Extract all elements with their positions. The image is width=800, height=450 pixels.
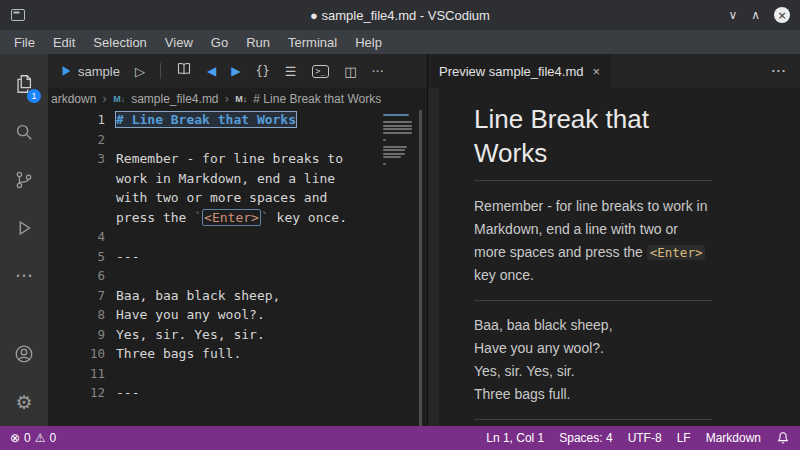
- menu-selection[interactable]: Selection: [84, 35, 155, 50]
- cursor-position[interactable]: Ln 1, Col 1: [486, 431, 544, 445]
- code-segment: ---: [116, 385, 139, 400]
- preview-heading: Line Break that Works: [474, 102, 712, 181]
- indentation[interactable]: Spaces: 4: [559, 431, 612, 445]
- code-line[interactable]: Baa, baa black sheep,: [116, 288, 280, 303]
- maximize-icon[interactable]: ∧: [751, 9, 760, 21]
- editor-row: work in Markdown, end a line: [48, 169, 427, 189]
- minimize-icon[interactable]: ∨: [728, 9, 737, 21]
- status-bar: ⊗ 0 ⚠ 0 Ln 1, Col 1 Spaces: 4 UTF-8 LF M…: [0, 426, 800, 450]
- code-line[interactable]: Have you any wool?.: [116, 307, 265, 322]
- breadcrumb-item[interactable]: arkdown: [51, 92, 96, 106]
- explorer-icon[interactable]: 1: [0, 60, 48, 108]
- language-mode[interactable]: Markdown: [706, 431, 761, 445]
- editor-row: 10Three bags full.: [48, 344, 427, 364]
- run-debug-icon[interactable]: [0, 204, 48, 252]
- breadcrumb-item[interactable]: sample_file4.md: [131, 92, 218, 106]
- code-segment: `: [261, 210, 269, 225]
- explorer-badge: 1: [27, 89, 41, 103]
- eol-indicator[interactable]: LF: [677, 431, 691, 445]
- minimap-line: [383, 128, 412, 130]
- code-segment: key once.: [269, 210, 347, 225]
- back-icon[interactable]: ◀: [207, 64, 216, 78]
- preview-divider-bottom: [474, 419, 712, 420]
- forward-icon[interactable]: ▶: [231, 64, 240, 78]
- debug-config-icon: [59, 64, 73, 78]
- menu-run[interactable]: Run: [237, 35, 279, 50]
- menu-go[interactable]: Go: [202, 35, 237, 50]
- editor-row: 5---: [48, 247, 427, 267]
- code-line[interactable]: Yes, sir. Yes, sir.: [116, 327, 265, 342]
- line-number: 1: [48, 112, 105, 127]
- code-line[interactable]: ---: [116, 249, 139, 264]
- heading-symbol-icon: M↓: [235, 94, 247, 104]
- breadcrumb-item[interactable]: # Line Break that Works: [253, 92, 381, 106]
- breadcrumb: arkdown›M↓sample_file4.md›M↓# Line Break…: [48, 88, 427, 110]
- breadcrumb-separator-icon: ›: [225, 92, 230, 106]
- run-icon[interactable]: ▷: [135, 64, 145, 79]
- code-line[interactable]: Three bags full.: [116, 346, 241, 361]
- menu-help[interactable]: Help: [346, 35, 391, 50]
- code-segment: Yes, sir. Yes, sir.: [116, 327, 265, 342]
- code-line[interactable]: with two or more spaces and: [116, 190, 327, 205]
- editor-rows: 1# Line Break that Works23Remember - for…: [48, 110, 427, 403]
- editor-row: 8Have you any wool?.: [48, 305, 427, 325]
- code-segment: with two or more spaces and: [116, 190, 327, 205]
- code-editor[interactable]: 1# Line Break that Works23Remember - for…: [48, 110, 427, 426]
- debug-config-label: sample: [78, 64, 120, 79]
- editor-row: 1# Line Break that Works: [48, 110, 427, 130]
- terminal-icon[interactable]: >_: [312, 65, 330, 78]
- paragraph-text-after: key once.: [474, 267, 534, 283]
- split-editor-icon[interactable]: ◫: [344, 64, 356, 79]
- minimap-line: [383, 132, 412, 134]
- menu-view[interactable]: View: [156, 35, 202, 50]
- titlebar: ● sample_file4.md - VSCodium ∨ ∧ ×: [0, 0, 800, 30]
- close-icon[interactable]: ×: [774, 7, 790, 23]
- more-actions-icon[interactable]: ···: [371, 64, 383, 79]
- menu-file[interactable]: File: [5, 35, 44, 50]
- minimap-line: [383, 139, 386, 141]
- toolbar-separator: [160, 63, 161, 79]
- code-line[interactable]: press the `<Enter>` key once.: [116, 210, 347, 225]
- code-line[interactable]: ---: [116, 385, 139, 400]
- code-segment: Baa, baa black sheep,: [116, 288, 280, 303]
- code-line[interactable]: Remember - for line breaks to: [116, 151, 343, 166]
- encoding[interactable]: UTF-8: [628, 431, 662, 445]
- outline-list-icon[interactable]: ☰: [285, 64, 297, 79]
- tab-close-icon[interactable]: ×: [593, 64, 601, 79]
- line-number: 7: [48, 288, 105, 303]
- notifications-bell-icon[interactable]: [776, 431, 790, 445]
- braces-icon[interactable]: {}: [255, 64, 269, 78]
- preview-more-actions-icon[interactable]: ···: [771, 62, 800, 81]
- editor-toolbar: sample ▷ ◀ ▶ {} ☰ >_ ◫ ···: [48, 54, 427, 88]
- debug-config-selector[interactable]: sample: [59, 64, 120, 79]
- menu-terminal[interactable]: Terminal: [279, 35, 346, 50]
- line-number: 5: [48, 249, 105, 264]
- line-number: 2: [48, 132, 105, 147]
- settings-gear-icon[interactable]: ⚙: [0, 378, 48, 426]
- source-control-icon[interactable]: [0, 156, 48, 204]
- markdown-preview: Line Break that Works Remember - for lin…: [428, 88, 800, 426]
- preview-divider: [474, 300, 712, 301]
- minimap-line: [383, 121, 412, 123]
- app-menu-icon[interactable]: [10, 7, 26, 23]
- activity-bar: 1 ··· ⚙: [0, 54, 48, 426]
- editor-row: 11: [48, 364, 427, 384]
- code-segment: ---: [116, 249, 139, 264]
- preview-group: Preview sample_file4.md × ··· Line Break…: [427, 54, 800, 426]
- minimap-line: [383, 156, 401, 158]
- minimap-line: [383, 114, 409, 116]
- more-views-icon[interactable]: ···: [0, 252, 48, 300]
- editor-scrollbar[interactable]: [415, 110, 427, 426]
- minimap[interactable]: [383, 114, 413, 165]
- code-line[interactable]: work in Markdown, end a line: [116, 171, 335, 186]
- search-icon[interactable]: [0, 108, 48, 156]
- menu-edit[interactable]: Edit: [44, 35, 84, 50]
- open-preview-icon[interactable]: [176, 61, 192, 81]
- preview-tab[interactable]: Preview sample_file4.md ×: [428, 54, 611, 88]
- line-number: 11: [48, 366, 105, 381]
- minimap-line: [383, 163, 386, 165]
- code-line[interactable]: # Line Break that Works: [116, 112, 296, 127]
- editor-row: 3Remember - for line breaks to: [48, 149, 427, 169]
- problems-indicator[interactable]: ⊗ 0 ⚠ 0: [10, 431, 56, 445]
- account-icon[interactable]: [0, 330, 48, 378]
